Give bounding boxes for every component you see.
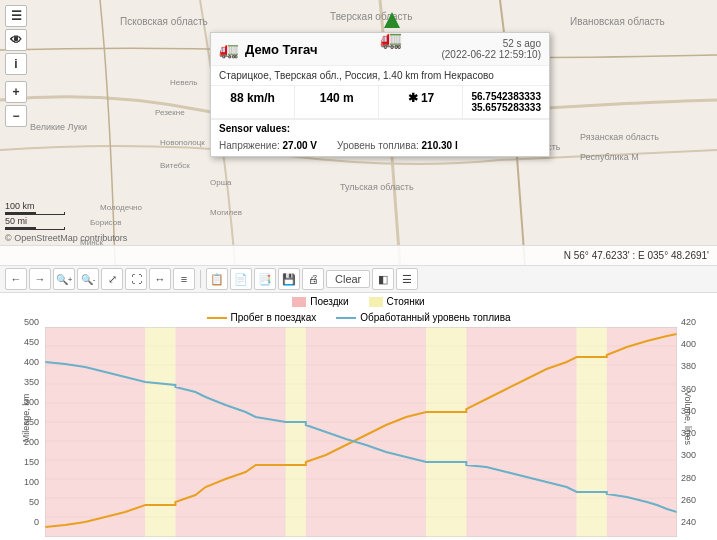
svg-rect-38 [426, 327, 466, 537]
truck-icon: 🚛 [219, 40, 239, 59]
legend-stops-color [369, 297, 383, 307]
legend-trips-label: Поездки [310, 296, 348, 307]
fullscreen-btn[interactable]: ⤢ [101, 268, 123, 290]
legend-trips: Поездки [292, 296, 348, 307]
coords-bar: N 56° 47.6233' : E 035° 48.2691' [0, 245, 717, 265]
zoom-out-btn[interactable]: − [5, 105, 27, 127]
svg-text:Орша: Орша [210, 178, 232, 187]
svg-text:Новополоцк: Новополоцк [160, 138, 205, 147]
vehicle-popup: 🚛 Демо Тягач 52 s ago (2022-06-22 12:59:… [210, 32, 550, 157]
altitude-stat: 140 m [295, 86, 379, 118]
y-axis-left: 500 450 400 350 300 250 200 150 100 50 0 [0, 317, 43, 527]
toolbar-sep1 [200, 270, 201, 288]
print-btn[interactable]: 🖨 [302, 268, 324, 290]
svg-rect-33 [45, 327, 145, 537]
svg-text:Рязанская область: Рязанская область [580, 132, 659, 142]
zoom-out-btn[interactable]: 🔍- [77, 268, 99, 290]
popup-address: Старицкое, Тверская обл., Россия, 1.40 k… [211, 66, 549, 86]
svg-text:Республика М: Республика М [580, 152, 639, 162]
coords-stat: 56.7542383333 35.6575283333 [463, 86, 549, 118]
svg-rect-39 [466, 327, 576, 537]
chart-legend: Поездки Стоянки [0, 293, 717, 309]
map-area: Псковская область Тверская область Ивано… [0, 0, 717, 265]
sensor-voltage: Напряжение: 27.00 V [219, 140, 317, 151]
svg-text:Великие Луки: Великие Луки [30, 122, 87, 132]
legend-mileage-line [207, 317, 227, 319]
svg-text:Молодечно: Молодечно [100, 203, 142, 212]
vehicle-name: Демо Тягач [245, 42, 318, 57]
doc-btn4[interactable]: 💾 [278, 268, 300, 290]
svg-rect-40 [577, 327, 607, 537]
chart-container [45, 327, 677, 537]
page-btn2[interactable]: ☰ [396, 268, 418, 290]
svg-rect-41 [607, 327, 677, 537]
zoom-in-btn[interactable]: 🔍+ [53, 268, 75, 290]
svg-text:Резекне: Резекне [155, 108, 185, 117]
popup-title: 🚛 Демо Тягач [219, 40, 318, 59]
toolbar: ← → 🔍+ 🔍- ⤢ ⛶ ↔ ≡ 📋 📄 📑 💾 🖨 Clear ◧ ☰ [0, 265, 717, 293]
satellites-stat: ✱ 17 [379, 86, 463, 118]
svg-text:Борисов: Борисов [90, 218, 121, 227]
clear-btn[interactable]: Clear [326, 270, 370, 288]
svg-text:Тверская область: Тверская область [330, 11, 412, 22]
grid-btn[interactable]: ⛶ [125, 268, 147, 290]
layers-btn[interactable]: ☰ [5, 5, 27, 27]
legend-stops: Стоянки [369, 296, 425, 307]
svg-text:Тульская область: Тульская область [340, 182, 414, 192]
satellite-icon: ✱ [408, 91, 418, 105]
page-btn1[interactable]: ◧ [372, 268, 394, 290]
map-scale: 100 km 50 mi [5, 201, 65, 230]
doc-btn1[interactable]: 📋 [206, 268, 228, 290]
legend-mileage-label: Пробег в поездках [231, 312, 317, 323]
legend-stops-label: Стоянки [387, 296, 425, 307]
sensors-label: Sensor values: [211, 119, 549, 137]
legend-fuel-label: Обработанный уровень топлива [360, 312, 510, 323]
legend-trips-color [292, 297, 306, 307]
chart-line-legend: Пробег в поездках Обработанный уровень т… [0, 309, 717, 325]
doc-btn3[interactable]: 📑 [254, 268, 276, 290]
popup-time: 52 s ago (2022-06-22 12:59:10) [441, 38, 541, 60]
zoom-in-btn[interactable]: + [5, 81, 27, 103]
vehicle-marker[interactable]: 🚛 [380, 28, 402, 50]
info-btn[interactable]: i [5, 53, 27, 75]
back-btn[interactable]: ← [5, 268, 27, 290]
svg-rect-35 [175, 327, 285, 537]
map-attribution: © OpenStreetMap contributors [5, 233, 127, 243]
list-btn[interactable]: ≡ [173, 268, 195, 290]
map-left-controls: ☰ 👁 i + − [5, 5, 27, 127]
doc-btn2[interactable]: 📄 [230, 268, 252, 290]
speed-stat: 88 km/h [211, 86, 295, 118]
popup-sensors: Напряжение: 27.00 V Уровень топлива: 210… [211, 137, 549, 156]
popup-stats: 88 km/h 140 m ✱ 17 56.7542383333 35.6575… [211, 86, 549, 119]
svg-text:Могилев: Могилев [210, 208, 242, 217]
chart-svg [45, 327, 677, 537]
sensor-fuel: Уровень топлива: 210.30 l [337, 140, 458, 151]
svg-text:Ивановская область: Ивановская область [570, 16, 665, 27]
svg-text:Псковская область: Псковская область [120, 16, 208, 27]
legend-fuel-line [336, 317, 356, 319]
legend-fuel: Обработанный уровень топлива [336, 312, 510, 323]
svg-text:Невель: Невель [170, 78, 197, 87]
chart-area: Поездки Стоянки Пробег в поездках Обрабо… [0, 293, 717, 540]
svg-rect-36 [286, 327, 306, 537]
eye-btn[interactable]: 👁 [5, 29, 27, 51]
forward-btn[interactable]: → [29, 268, 51, 290]
y-axis-right: 420 400 380 360 340 320 300 280 260 240 [677, 317, 717, 527]
legend-mileage: Пробег в поездках [207, 312, 317, 323]
resize-btn[interactable]: ↔ [149, 268, 171, 290]
svg-text:Витебск: Витебск [160, 161, 190, 170]
